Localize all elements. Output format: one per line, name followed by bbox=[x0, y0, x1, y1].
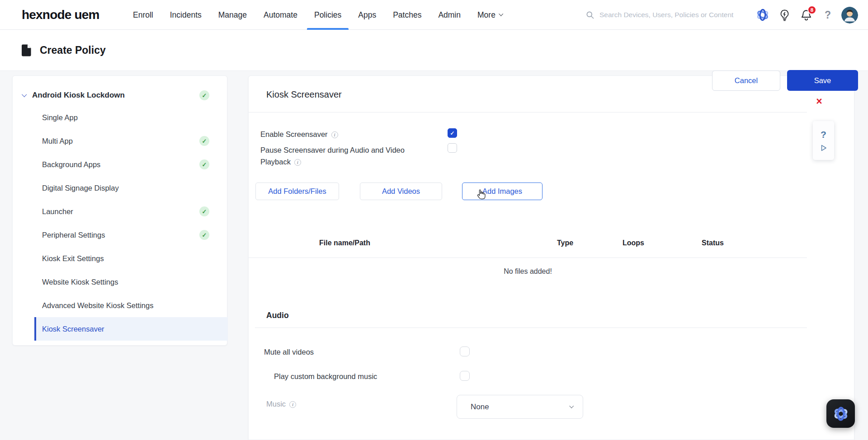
search-input[interactable] bbox=[599, 11, 735, 19]
sidebar-item-website-kiosk-settings[interactable]: Website Kiosk Settings bbox=[13, 270, 228, 294]
audio-section-title: Audio bbox=[266, 311, 289, 320]
page-title-wrap: Create Policy bbox=[22, 30, 106, 71]
nav-item-enroll[interactable]: Enroll bbox=[133, 0, 153, 30]
nav-item-admin[interactable]: Admin bbox=[438, 0, 461, 30]
section-title: Kiosk Screensaver bbox=[266, 89, 342, 100]
search-icon bbox=[585, 10, 594, 19]
nav-item-more[interactable]: More bbox=[477, 0, 502, 30]
sidebar-item-digital-signage-display[interactable]: Digital Signage Display bbox=[13, 176, 228, 200]
pause-screensaver-checkbox[interactable] bbox=[448, 143, 457, 153]
sidebar-item-background-apps[interactable]: Background Apps✓ bbox=[13, 153, 228, 176]
divider bbox=[249, 112, 807, 112]
sidebar-item-kiosk-exit-settings[interactable]: Kiosk Exit Settings bbox=[13, 247, 228, 270]
add-videos-button[interactable]: Add Videos bbox=[360, 183, 442, 200]
enable-screensaver-label: Enable Screensaveri bbox=[260, 128, 338, 140]
page: hexnode uem Enroll Incidents Manage Auto… bbox=[0, 0, 868, 440]
sidebar-item-launcher[interactable]: Launcher✓ bbox=[13, 200, 228, 223]
contextual-help-panel: ? bbox=[813, 121, 834, 160]
chevron-down-icon bbox=[22, 92, 27, 97]
help-icon[interactable]: ? bbox=[820, 7, 836, 23]
configured-check-icon: ✓ bbox=[199, 159, 209, 169]
notification-count-badge: 8 bbox=[807, 5, 816, 14]
mute-all-videos-checkbox[interactable] bbox=[460, 346, 470, 356]
sidebar-item-peripheral-settings[interactable]: Peripheral Settings✓ bbox=[13, 223, 228, 247]
music-label: Musici bbox=[266, 400, 296, 408]
hexnode-logo[interactable]: hexnode uem bbox=[22, 0, 99, 30]
policy-document-icon bbox=[22, 44, 31, 56]
hexnode-chat-widget[interactable] bbox=[826, 399, 855, 428]
add-images-button[interactable]: Add Images bbox=[462, 183, 542, 200]
sidebar-item-advanced-website-kiosk-settings[interactable]: Advanced Website Kiosk Settings bbox=[13, 294, 228, 317]
nav-item-incidents[interactable]: Incidents bbox=[170, 0, 202, 30]
demo-play-icon[interactable] bbox=[819, 144, 828, 152]
info-icon[interactable]: i bbox=[331, 131, 338, 138]
navbar-icons: 8 ? bbox=[755, 0, 858, 30]
main-nav: Enroll Incidents Manage Automate Policie… bbox=[133, 0, 502, 30]
configured-check-icon: ✓ bbox=[199, 230, 209, 240]
column-header-type: Type bbox=[557, 239, 573, 247]
configured-check-icon: ✓ bbox=[199, 136, 209, 146]
kiosk-screensaver-panel: Kiosk Screensaver × Enable Screensaveri … bbox=[248, 75, 854, 440]
mute-all-videos-label: Mute all videos bbox=[264, 348, 314, 356]
column-header-loops: Loops bbox=[623, 239, 644, 247]
nav-item-patches[interactable]: Patches bbox=[393, 0, 421, 30]
cancel-button[interactable]: Cancel bbox=[712, 70, 780, 91]
column-header-file-name: File name/Path bbox=[319, 239, 370, 247]
user-avatar[interactable] bbox=[841, 7, 858, 23]
hexnode-genie-icon[interactable] bbox=[755, 7, 771, 23]
empty-table-message: No files added! bbox=[249, 267, 807, 276]
chevron-down-icon bbox=[499, 11, 503, 16]
section-help-icon[interactable]: ? bbox=[821, 129, 826, 140]
play-custom-music-label: Play custom background music bbox=[274, 372, 377, 381]
page-title: Create Policy bbox=[40, 44, 106, 56]
enable-screensaver-checkbox[interactable]: ✓ bbox=[448, 128, 457, 138]
add-folders-files-button[interactable]: Add Folders/Files bbox=[255, 183, 339, 200]
configured-check-icon: ✓ bbox=[199, 206, 209, 216]
column-header-status: Status bbox=[702, 239, 724, 247]
nav-item-manage[interactable]: Manage bbox=[218, 0, 247, 30]
configured-check-icon: ✓ bbox=[199, 90, 209, 100]
divider bbox=[249, 257, 807, 258]
pause-screensaver-label: Pause Screensaver during Audio and Video… bbox=[260, 144, 424, 168]
music-select-value: None bbox=[471, 403, 570, 412]
info-icon[interactable]: i bbox=[289, 401, 296, 408]
whats-new-bulb-icon[interactable] bbox=[776, 7, 793, 23]
notifications-bell-icon[interactable]: 8 bbox=[798, 7, 814, 23]
sidebar-item-kiosk-screensaver[interactable]: Kiosk Screensaver bbox=[34, 317, 228, 341]
music-select[interactable]: None bbox=[457, 395, 583, 419]
top-navbar: hexnode uem Enroll Incidents Manage Auto… bbox=[0, 0, 868, 30]
save-button[interactable]: Save bbox=[787, 70, 858, 91]
sidebar-item-multi-app[interactable]: Multi App✓ bbox=[13, 129, 228, 153]
sidebar-item-android-kiosk-lockdown[interactable]: Android Kiosk Lockdown ✓ bbox=[13, 85, 228, 106]
nav-item-automate[interactable]: Automate bbox=[264, 0, 297, 30]
nav-item-apps[interactable]: Apps bbox=[358, 0, 376, 30]
global-search bbox=[585, 0, 735, 30]
hexnode-knot-icon bbox=[831, 404, 850, 423]
nav-item-policies[interactable]: Policies bbox=[314, 0, 341, 30]
divider bbox=[255, 328, 807, 328]
info-icon[interactable]: i bbox=[294, 159, 301, 166]
chevron-down-icon bbox=[569, 403, 574, 408]
remove-section-close-icon[interactable]: × bbox=[814, 96, 825, 107]
policy-sections-sidebar: Android Kiosk Lockdown ✓ Single App Mult… bbox=[12, 75, 227, 346]
sidebar-item-single-app[interactable]: Single App bbox=[13, 106, 228, 129]
play-custom-music-checkbox[interactable] bbox=[460, 371, 470, 381]
page-header: Create Policy Cancel Save bbox=[0, 30, 868, 71]
